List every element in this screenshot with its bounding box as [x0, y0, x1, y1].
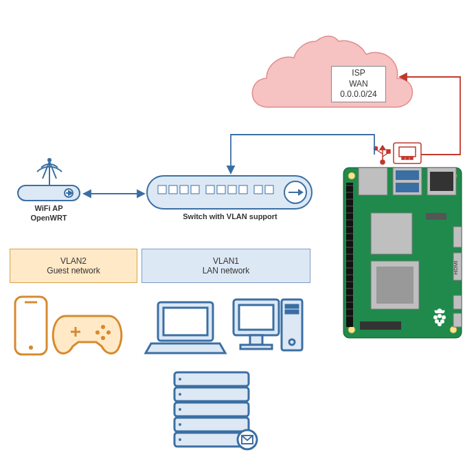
svg-rect-67: [396, 170, 419, 180]
vlan1-sub: LAN network: [142, 266, 310, 275]
svg-rect-20: [180, 185, 188, 194]
svg-marker-15: [84, 190, 91, 197]
cloud-line3: 0.0.0.0/24: [335, 89, 383, 100]
svg-point-113: [179, 408, 181, 411]
vlan1-title: VLAN1: [142, 256, 310, 266]
svg-rect-19: [169, 185, 177, 194]
svg-point-42: [348, 326, 355, 333]
wifi-line2: OpenWRT: [25, 213, 73, 223]
svg-point-93: [106, 330, 111, 335]
svg-point-92: [101, 325, 105, 329]
svg-point-82: [433, 315, 438, 319]
svg-point-40: [348, 172, 355, 179]
svg-rect-101: [240, 345, 272, 349]
svg-rect-26: [254, 185, 262, 194]
svg-rect-2: [399, 147, 416, 157]
svg-marker-16: [137, 190, 144, 197]
svg-rect-104: [286, 310, 298, 313]
smartphone-icon: [15, 297, 47, 354]
svg-rect-77: [453, 295, 462, 309]
svg-point-36: [48, 159, 51, 161]
vlan2-box: VLAN2 Guest network: [10, 249, 137, 283]
vlan2-sub: Guest network: [10, 266, 137, 275]
svg-rect-25: [239, 185, 247, 194]
svg-rect-99: [239, 305, 273, 330]
svg-rect-24: [228, 185, 236, 194]
svg-rect-68: [396, 183, 419, 192]
svg-point-81: [438, 314, 442, 318]
wifi-label: WiFi AP OpenWRT: [25, 203, 73, 223]
wifi-to-switch-link: [84, 190, 144, 197]
svg-rect-1: [394, 143, 421, 163]
svg-rect-73: [376, 267, 413, 304]
svg-rect-44: [346, 183, 353, 327]
svg-point-111: [179, 378, 181, 381]
svg-point-95: [95, 330, 100, 335]
svg-rect-27: [265, 185, 273, 194]
svg-rect-70: [430, 172, 453, 191]
switch-label: Switch with VLAN support: [172, 212, 288, 221]
svg-point-88: [29, 346, 33, 350]
svg-point-115: [179, 438, 181, 441]
svg-rect-71: [371, 213, 412, 254]
svg-rect-3: [402, 157, 405, 159]
cloud-line1: ISP: [335, 68, 383, 79]
vlan1-box: VLAN1 LAN network: [141, 249, 310, 283]
gamepad-icon: [53, 316, 122, 353]
svg-rect-103: [286, 305, 298, 308]
svg-rect-18: [158, 185, 166, 194]
wifi-line1: WiFi AP: [25, 203, 73, 213]
svg-rect-4: [406, 157, 409, 159]
svg-rect-79: [426, 213, 446, 220]
svg-rect-80: [360, 321, 401, 330]
svg-rect-97: [163, 308, 207, 335]
mailserver-icon: [174, 372, 257, 449]
svg-point-112: [179, 393, 181, 396]
svg-rect-107: [174, 387, 249, 401]
svg-rect-100: [250, 335, 262, 345]
laptop-icon: [146, 302, 225, 353]
switch-icon: [147, 176, 312, 209]
vlan2-title: VLAN2: [10, 256, 137, 266]
svg-point-94: [101, 336, 105, 340]
diagram-canvas: HDMI: [0, 0, 476, 452]
svg-rect-109: [174, 418, 249, 431]
svg-rect-65: [359, 168, 387, 195]
svg-marker-13: [227, 166, 234, 173]
usb-eth-adapter-icon: [374, 143, 422, 164]
svg-line-8: [376, 150, 383, 154]
svg-rect-5: [410, 157, 413, 159]
svg-marker-10: [380, 146, 385, 150]
svg-rect-11: [387, 150, 390, 153]
wifi-ap-icon: [18, 159, 80, 201]
cloud-label: ISP WAN 0.0.0.0/24: [331, 66, 386, 102]
svg-point-86: [438, 322, 442, 326]
svg-rect-23: [217, 185, 225, 194]
svg-point-83: [442, 315, 446, 319]
svg-text:HDMI: HDMI: [453, 261, 459, 275]
svg-rect-22: [206, 185, 214, 194]
raspberry-pi-icon: HDMI: [343, 168, 462, 338]
desktop-icon: [234, 300, 302, 350]
svg-rect-78: [453, 313, 462, 327]
svg-rect-21: [191, 185, 199, 194]
svg-rect-106: [174, 372, 249, 386]
svg-rect-74: [453, 227, 462, 247]
cloud-line2: WAN: [335, 79, 383, 90]
svg-point-114: [179, 423, 181, 426]
svg-rect-108: [174, 403, 249, 416]
